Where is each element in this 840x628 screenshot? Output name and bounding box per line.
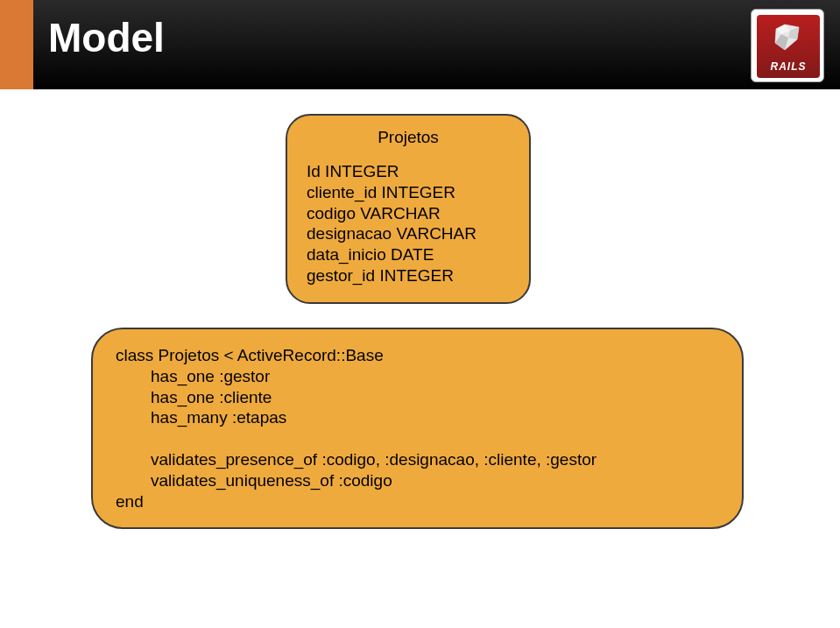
table-schema-box: Projetos Id INTEGER cliente_id INTEGER c… <box>286 114 531 304</box>
code-line: end <box>116 491 719 512</box>
header-band: Model RAILS <box>0 0 840 89</box>
table-field: codigo VARCHAR <box>307 203 510 224</box>
table-field: gestor_id INTEGER <box>307 265 510 286</box>
table-title: Projetos <box>307 128 510 147</box>
table-field: Id INTEGER <box>307 161 510 182</box>
code-line: has_one :gestor <box>116 366 719 387</box>
table-field: cliente_id INTEGER <box>307 182 510 203</box>
code-box: class Projetos < ActiveRecord::Base has_… <box>91 328 744 529</box>
code-line: has_one :cliente <box>116 387 719 408</box>
rails-logo-inner: RAILS <box>757 15 820 78</box>
table-field: data_inicio DATE <box>307 244 510 265</box>
ruby-icon <box>773 22 804 53</box>
rails-logo-bg: RAILS <box>751 9 824 82</box>
rails-logo: RAILS <box>751 9 824 82</box>
code-line: class Projetos < ActiveRecord::Base <box>116 345 719 366</box>
code-line: validates_presence_of :codigo, :designac… <box>116 449 719 470</box>
code-line: has_many :etapas <box>116 407 719 428</box>
code-line: validates_uniqueness_of :codigo <box>116 470 719 491</box>
rails-logo-text: RAILS <box>757 60 820 73</box>
table-field: designacao VARCHAR <box>307 223 510 244</box>
code-blank-line <box>116 428 719 449</box>
page-title: Model <box>48 14 165 61</box>
accent-square <box>0 0 33 89</box>
